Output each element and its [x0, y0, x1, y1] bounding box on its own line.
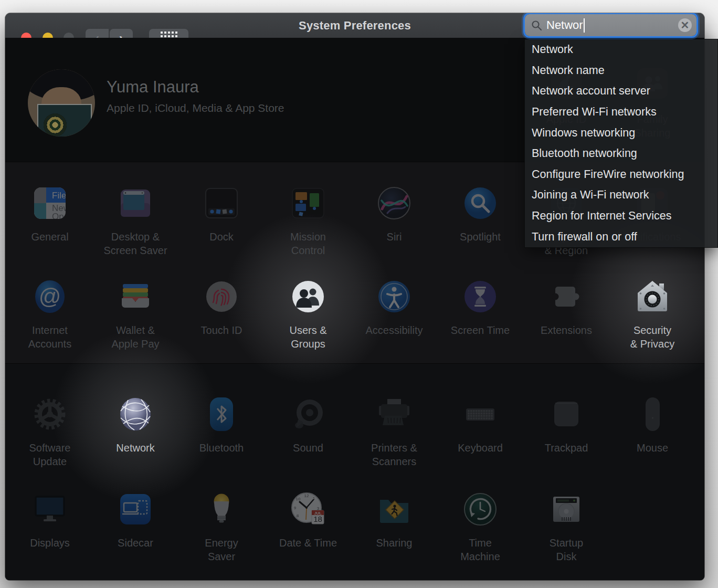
- internet-accounts-icon: @: [30, 277, 69, 316]
- touch-id-icon: [202, 277, 241, 316]
- tile-wallet[interactable]: Wallet & Apple Pay: [93, 277, 177, 351]
- sound-icon: [289, 395, 328, 434]
- tile-label: Security & Privacy: [610, 323, 694, 351]
- tile-bluetooth[interactable]: Bluetooth: [180, 395, 263, 455]
- tile-desktop[interactable]: Desktop & Screen Saver: [93, 184, 177, 257]
- tile-screen-time[interactable]: Screen Time: [438, 277, 522, 337]
- tile-touch-id[interactable]: Touch ID: [180, 277, 263, 337]
- tile-extensions[interactable]: Extensions: [524, 277, 608, 337]
- user-subtitle: Apple ID, iCloud, Media & App Store: [107, 102, 284, 114]
- svg-text:12: 12: [304, 494, 309, 498]
- tile-dock[interactable]: Dock: [180, 184, 263, 244]
- search-suggestions-panel: NetworkNetwork nameNetwork account serve…: [524, 39, 718, 248]
- avatar[interactable]: [28, 69, 95, 136]
- dock-icon: [202, 184, 241, 223]
- tile-label: Displays: [8, 536, 92, 550]
- tile-label: Keyboard: [438, 441, 522, 455]
- svg-text:18: 18: [313, 514, 322, 523]
- search-suggestion[interactable]: Turn firewall on or off: [525, 226, 717, 247]
- search-suggestion[interactable]: Bluetooth networking: [525, 143, 717, 164]
- screen-time-icon: [461, 277, 500, 316]
- tile-label: Touch ID: [180, 323, 263, 337]
- search-suggestion[interactable]: Network name: [525, 60, 717, 81]
- tile-label: General: [8, 230, 92, 244]
- tile-users-groups[interactable]: Users & Groups: [266, 277, 350, 351]
- tile-label: Network: [93, 441, 177, 455]
- svg-text:File: File: [52, 191, 66, 201]
- spotlight-icon: [461, 184, 500, 223]
- sidecar-icon: [116, 490, 155, 529]
- tile-spotlight[interactable]: Spotlight: [438, 184, 522, 244]
- tile-label: Users & Groups: [266, 323, 350, 351]
- general-icon: FileNewOpe: [30, 184, 69, 223]
- tile-displays[interactable]: Displays: [8, 490, 92, 550]
- search-input[interactable]: Networ ✕: [525, 14, 696, 36]
- search-suggestion[interactable]: Region for Internet Services: [525, 206, 717, 227]
- tile-label: Date & Time: [266, 536, 350, 550]
- tile-label: Sound: [266, 441, 350, 455]
- tile-startup-disk[interactable]: Startup Disk: [524, 490, 608, 563]
- tile-network[interactable]: Network: [93, 395, 177, 455]
- tile-label: Time Machine: [438, 536, 522, 563]
- tile-printers[interactable]: Printers & Scanners: [352, 395, 436, 468]
- startup-disk-icon: [547, 490, 586, 529]
- tile-accessibility[interactable]: Accessibility: [352, 277, 436, 337]
- tile-label: Wallet & Apple Pay: [93, 323, 177, 351]
- time-machine-icon: [461, 490, 500, 529]
- svg-text:10: 10: [296, 497, 301, 501]
- tile-label: Sidecar: [93, 536, 177, 550]
- search-suggestion[interactable]: Windows networking: [525, 122, 717, 143]
- tile-label: Spotlight: [438, 230, 522, 244]
- bluetooth-icon: [202, 395, 241, 434]
- user-name: Yuma Inaura: [107, 78, 199, 97]
- tile-sidecar[interactable]: Sidecar: [93, 490, 177, 550]
- displays-icon: [30, 490, 69, 529]
- tile-label: Bluetooth: [180, 441, 263, 455]
- tile-security[interactable]: Security & Privacy: [610, 277, 694, 351]
- tile-mouse[interactable]: Mouse: [610, 395, 694, 455]
- search-suggestion[interactable]: Network account server: [525, 81, 717, 102]
- security-icon: [633, 277, 672, 316]
- tile-sharing[interactable]: Sharing: [352, 490, 436, 550]
- tile-label: Sharing: [352, 536, 436, 550]
- search-suggestion[interactable]: Configure FireWire networking: [525, 164, 717, 185]
- tile-time-machine[interactable]: Time Machine: [438, 490, 522, 563]
- svg-text:9: 9: [294, 506, 297, 510]
- tile-label: Siri: [352, 230, 436, 244]
- tile-label: Dock: [180, 230, 263, 244]
- wallet-icon: [116, 277, 155, 316]
- software-update-icon: [30, 395, 69, 434]
- tile-internet-accounts[interactable]: @Internet Accounts: [8, 277, 92, 351]
- tile-date-time[interactable]: 12109813JUL18Date & Time: [266, 490, 350, 550]
- tile-label: Extensions: [524, 323, 608, 337]
- clear-search-button[interactable]: ✕: [678, 18, 692, 32]
- tile-siri[interactable]: Siri: [352, 184, 436, 244]
- tile-general[interactable]: FileNewOpeGeneral: [8, 184, 92, 244]
- tile-energy-saver[interactable]: Energy Saver: [180, 490, 263, 563]
- energy-saver-icon: [202, 490, 241, 529]
- keyboard-icon: [461, 395, 500, 434]
- tile-trackpad[interactable]: Trackpad: [524, 395, 608, 455]
- tile-sound[interactable]: Sound: [266, 395, 350, 455]
- search-suggestion[interactable]: Preferred Wi-Fi networks: [525, 102, 717, 123]
- desktop-icon: [116, 184, 155, 223]
- tile-label: Trackpad: [524, 441, 608, 455]
- tile-label: Mouse: [610, 441, 694, 455]
- users-groups-icon: [289, 277, 328, 316]
- tile-label: Accessibility: [352, 323, 436, 337]
- search-suggestion[interactable]: Network: [525, 39, 717, 60]
- svg-text:@: @: [39, 284, 61, 309]
- tile-label: Printers & Scanners: [352, 441, 436, 468]
- printers-icon: [375, 395, 414, 434]
- siri-icon: [375, 184, 414, 223]
- text-caret: [584, 18, 585, 33]
- search-icon: [531, 20, 542, 31]
- tile-mission-control[interactable]: Mission Control: [266, 184, 350, 257]
- search-suggestion[interactable]: Joining a Wi-Fi network: [525, 185, 717, 206]
- tile-software-update[interactable]: Software Update: [8, 395, 92, 468]
- tile-label: Internet Accounts: [8, 323, 92, 351]
- tile-keyboard[interactable]: Keyboard: [438, 395, 522, 455]
- svg-text:Ope: Ope: [52, 212, 69, 222]
- trackpad-icon: [547, 395, 586, 434]
- tile-label: Mission Control: [266, 230, 350, 257]
